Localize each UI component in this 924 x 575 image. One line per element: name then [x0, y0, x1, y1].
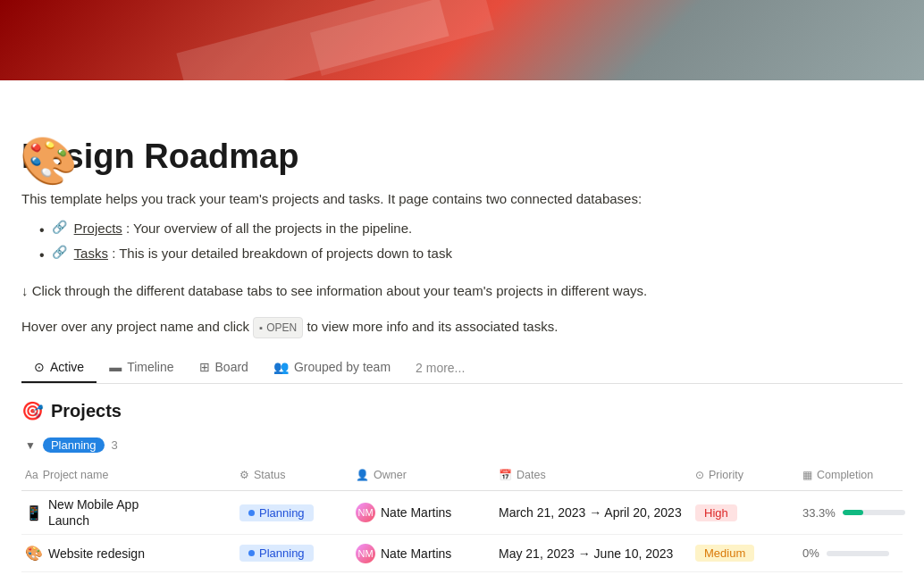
tab-timeline-icon: ▬	[109, 360, 122, 374]
cell-priority-1: High	[692, 499, 799, 527]
dates-value-2: May 21, 2023 → June 10, 2023	[499, 546, 673, 561]
status-badge-2: Planning	[239, 545, 314, 562]
table-row[interactable]: 🎨 Website redesign Planning NM Nate Mart…	[21, 535, 903, 572]
cell-project-2: 🎨 Website redesign	[21, 539, 236, 567]
tabs-bar: ⊙ Active ▬ Timeline ⊞ Board 👥 Grouped by…	[21, 353, 903, 384]
status-dot-2	[248, 550, 255, 556]
section-title-text: Projects	[51, 401, 122, 421]
list-item: 🔗 Tasks : This is your detailed breakdow…	[39, 242, 903, 267]
project-emoji-2: 🎨	[25, 545, 43, 562]
open-badge-label: OPEN	[266, 319, 297, 337]
cell-priority-2: Medium	[692, 539, 799, 567]
projects-link[interactable]: Projects	[74, 221, 122, 236]
open-badge-icon: ▪	[259, 320, 263, 337]
tasks-link[interactable]: Tasks	[74, 246, 108, 261]
bullet-list: 🔗 Projects : Your overview of all the pr…	[39, 217, 903, 267]
cell-status-2: Planning	[236, 539, 352, 567]
priority-badge-2: Medium	[695, 545, 754, 562]
th-completion-icon: ▦	[802, 469, 812, 481]
tab-timeline[interactable]: ▬ Timeline	[97, 353, 186, 383]
th-priority: ⊙ Priority	[692, 465, 799, 485]
list-item: 🔗 Projects : Your overview of all the pr…	[39, 217, 903, 242]
instruction-pre: Hover over any project name and click	[21, 319, 249, 334]
group-count: 3	[112, 438, 118, 452]
project-name-1: New Mobile AppLaunch	[48, 496, 139, 529]
progress-bar-fill-1	[843, 510, 863, 515]
tab-grouped-label: Grouped by team	[294, 360, 391, 374]
tab-more[interactable]: 2 more...	[403, 354, 477, 382]
tab-timeline-label: Timeline	[127, 360, 173, 374]
projects-inline-icon: 🔗	[52, 217, 67, 238]
th-dates: 📅 Dates	[495, 465, 692, 485]
group-badge: Planning	[43, 438, 105, 453]
th-status-icon: ⚙	[239, 469, 249, 481]
status-label-2: Planning	[259, 546, 305, 560]
project-emoji-1: 📱	[25, 504, 43, 521]
progress-bar-bg-2	[827, 551, 889, 556]
instruction-line1: ↓ Click through the different database t…	[21, 279, 903, 303]
section-icon: 🎯	[21, 400, 44, 421]
cell-dates-2: May 21, 2023 → June 10, 2023	[495, 541, 692, 566]
group-header[interactable]: ▼ Planning 3	[21, 430, 903, 460]
cell-dates-1: March 21, 2023 → April 20, 2023	[495, 500, 692, 525]
instruction-post: to view more info and its associated tas…	[307, 319, 558, 334]
th-project-label: Project name	[43, 469, 109, 481]
table-row[interactable]: 📱 New Mobile AppLaunch Planning NM Nate …	[21, 491, 903, 535]
tasks-inline-icon: 🔗	[52, 242, 67, 263]
tab-active-label: Active	[50, 360, 84, 374]
tab-active-icon: ⊙	[34, 360, 45, 374]
th-dates-label: Dates	[517, 469, 546, 481]
instruction-line2: Hover over any project name and click ▪ …	[21, 315, 903, 338]
status-badge-1: Planning	[239, 504, 314, 521]
th-completion-label: Completion	[817, 469, 873, 481]
th-owner-label: Owner	[374, 469, 407, 481]
tasks-text: : This is your detailed breakdown of pro…	[112, 246, 452, 261]
cell-project-1: 📱 New Mobile AppLaunch	[21, 491, 236, 534]
th-priority-icon: ⊙	[695, 469, 704, 481]
th-dates-icon: 📅	[499, 469, 512, 481]
priority-badge-1: High	[695, 504, 737, 521]
group-chevron-icon: ▼	[25, 439, 36, 452]
completion-pct-2: 0%	[802, 546, 819, 560]
status-label-1: Planning	[259, 506, 305, 520]
th-status: ⚙ Status	[236, 465, 352, 485]
project-name-2: Website redesign	[48, 546, 145, 561]
tab-active[interactable]: ⊙ Active	[21, 353, 97, 383]
page-banner	[0, 0, 924, 80]
tab-board-label: Board	[215, 360, 248, 374]
tab-board-icon: ⊞	[199, 360, 210, 374]
page-icon: 🎨	[20, 134, 78, 188]
th-owner-icon: 👤	[356, 469, 369, 481]
avatar-2: NM	[356, 544, 375, 563]
owner-name-2: Nate Martins	[381, 546, 451, 561]
completion-pct-1: 33.3%	[802, 506, 836, 520]
cell-completion-2: 0%	[799, 541, 924, 565]
table-header: Aa Project name ⚙ Status 👤 Owner 📅 Dates…	[21, 460, 903, 491]
page-description: This template helps you track your team'…	[21, 188, 903, 210]
avatar-1: NM	[356, 503, 375, 522]
page-title: Design Roadmap	[21, 138, 903, 176]
projects-text: : Your overview of all the projects in t…	[126, 221, 412, 236]
cell-owner-2: NM Nate Martins	[352, 538, 495, 569]
th-status-label: Status	[254, 469, 285, 481]
cell-status-1: Planning	[236, 499, 352, 527]
owner-name-1: Nate Martins	[381, 505, 451, 520]
tab-board[interactable]: ⊞ Board	[187, 353, 261, 383]
dates-value-1: March 21, 2023 → April 20, 2023	[499, 505, 682, 520]
th-project: Aa Project name	[21, 465, 236, 485]
cell-owner-1: NM Nate Martins	[352, 497, 495, 528]
th-project-icon: Aa	[25, 469, 38, 481]
open-badge: ▪ OPEN	[253, 317, 303, 338]
th-completion: ▦ Completion	[799, 465, 924, 485]
th-priority-label: Priority	[709, 469, 743, 481]
tab-grouped[interactable]: 👥 Grouped by team	[261, 353, 403, 383]
cell-completion-1: 33.3%	[799, 501, 924, 525]
status-dot-1	[248, 510, 255, 516]
tab-grouped-icon: 👥	[273, 360, 289, 374]
th-owner: 👤 Owner	[352, 465, 495, 485]
section-header: 🎯 Projects	[21, 400, 903, 421]
progress-bar-bg-1	[843, 510, 905, 515]
